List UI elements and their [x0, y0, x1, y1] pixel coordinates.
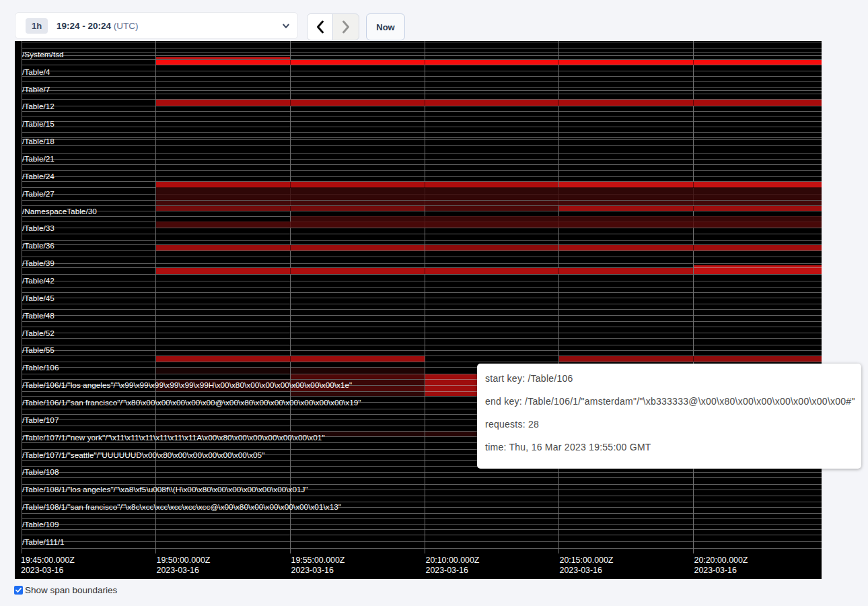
svg-text:/Table/106/1/"san francisco"/": /Table/106/1/"san francisco"/"\x80\x00\x…: [22, 398, 361, 407]
svg-text:2023-03-16: 2023-03-16: [426, 566, 468, 575]
svg-text:/Table/42: /Table/42: [22, 276, 55, 285]
svg-text:2023-03-16: 2023-03-16: [157, 566, 199, 575]
svg-text:/Table/12: /Table/12: [22, 102, 55, 111]
svg-text:/Table/39: /Table/39: [22, 259, 55, 268]
svg-text:/Table/24: /Table/24: [22, 172, 55, 181]
svg-text:20:15:00.000Z: 20:15:00.000Z: [560, 556, 614, 565]
svg-text:/Table/7: /Table/7: [22, 85, 50, 94]
svg-text:2023-03-16: 2023-03-16: [694, 566, 737, 575]
svg-text:/NamespaceTable/30: /NamespaceTable/30: [22, 207, 97, 216]
svg-text:20:10:00.000Z: 20:10:00.000Z: [426, 556, 480, 565]
svg-text:/Table/45: /Table/45: [22, 294, 55, 303]
svg-text:2023-03-16: 2023-03-16: [560, 566, 602, 575]
svg-text:/Table/107: /Table/107: [22, 415, 59, 425]
svg-text:/Table/18: /Table/18: [22, 137, 55, 146]
svg-text:/Table/108: /Table/108: [22, 467, 59, 477]
svg-text:/System/tsd: /System/tsd: [22, 50, 64, 59]
svg-text:/Table/21: /Table/21: [22, 154, 55, 164]
svg-text:/Table/108/1/"san francisco"/": /Table/108/1/"san francisco"/"\x8c\xcc\x…: [22, 502, 341, 512]
svg-text:19:45:00.000Z: 19:45:00.000Z: [21, 556, 75, 565]
svg-text:/Table/52: /Table/52: [22, 329, 55, 338]
svg-text:2023-03-16: 2023-03-16: [291, 566, 334, 575]
svg-text:/Table/36: /Table/36: [22, 241, 55, 250]
svg-text:20:20:00.000Z: 20:20:00.000Z: [694, 556, 748, 565]
svg-text:/Table/107/1/"new york"/"\x11\: /Table/107/1/"new york"/"\x11\x11\x11\x1…: [22, 433, 325, 442]
svg-text:/Table/108/1/"los angeles"/"\x: /Table/108/1/"los angeles"/"\xa8\xf5\u00…: [22, 485, 308, 494]
svg-text:/Table/109: /Table/109: [22, 520, 59, 529]
svg-text:/Table/4: /Table/4: [22, 67, 50, 77]
svg-text:/Table/106: /Table/106: [22, 363, 59, 372]
svg-text:19:55:00.000Z: 19:55:00.000Z: [291, 556, 345, 565]
svg-text:/Table/48: /Table/48: [22, 311, 55, 321]
svg-text:/Table/106/1/"los angeles"/"\x: /Table/106/1/"los angeles"/"\x99\x99\x99…: [22, 380, 352, 390]
svg-text:/Table/55: /Table/55: [22, 345, 55, 355]
svg-text:19:50:00.000Z: 19:50:00.000Z: [157, 556, 211, 565]
svg-text:/Table/33: /Table/33: [22, 224, 55, 233]
svg-text:/Table/15: /Table/15: [22, 119, 55, 129]
svg-text:/Table/107/1/"seattle"/"UUUUUU: /Table/107/1/"seattle"/"UUUUUUD\x00\x80\…: [22, 450, 264, 460]
svg-text:2023-03-16: 2023-03-16: [21, 566, 63, 575]
svg-text:/Table/27: /Table/27: [22, 189, 55, 199]
svg-text:/Table/111/1: /Table/111/1: [22, 537, 65, 547]
